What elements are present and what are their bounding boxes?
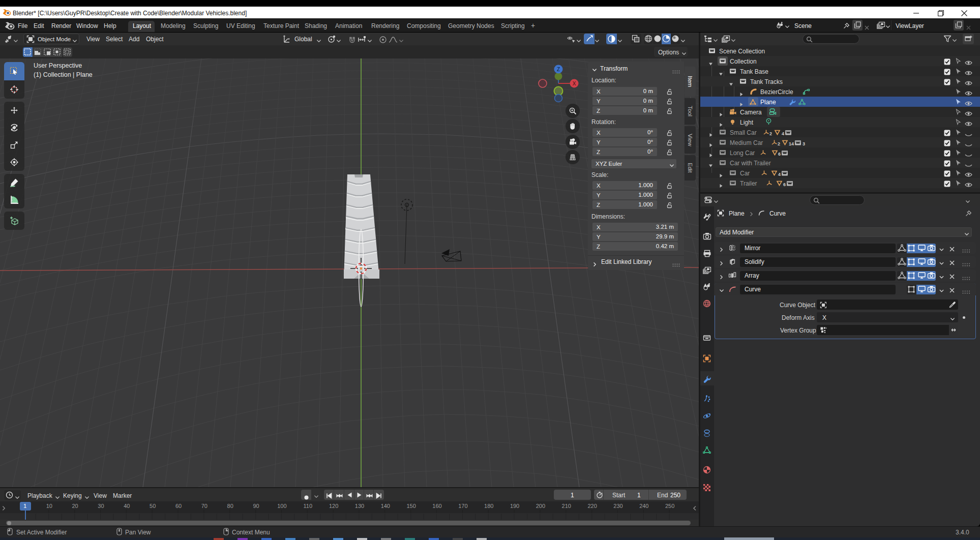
svg-text:Z: Z: [557, 67, 560, 72]
svg-text:X: X: [573, 81, 576, 86]
